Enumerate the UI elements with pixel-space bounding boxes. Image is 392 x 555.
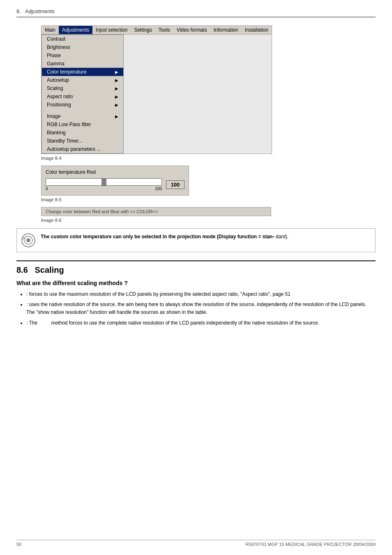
adjustments-dropdown: Contrast Brightness Phase Gamma Color te… <box>42 35 124 154</box>
page-footer: 50 R5976741 MGP 15 MEDICAL GRADE PROJECT… <box>16 540 376 547</box>
slider-container: 0 100 <box>46 178 162 191</box>
section-number: 8.6 <box>16 265 28 274</box>
bullet-text-1: : forces to use the maximum resolution o… <box>26 291 291 297</box>
page-number: 50 <box>16 542 21 547</box>
menu-item-adjustments[interactable]: Adjustments <box>59 26 92 34</box>
arrow-icon: ▶ <box>115 94 118 99</box>
menu-item-information[interactable]: Information <box>210 26 242 34</box>
section-name: Scaling <box>35 265 64 274</box>
arrow-icon: ▶ <box>115 78 118 83</box>
arrow-icon: ▶ <box>115 70 118 74</box>
note-box: The custom color temperature can only be… <box>16 228 376 252</box>
chapter-header: 8. Adjustments <box>16 8 376 17</box>
menu-item-settings[interactable]: Settings <box>131 26 155 34</box>
dropdown-color-temperature[interactable]: Color temperature ▶ <box>42 68 123 76</box>
dropdown-image[interactable]: Image ▶ <box>42 112 123 120</box>
dropdown-aspect-ratio[interactable]: Aspect ratio ▶ <box>42 92 123 101</box>
dropdown-separator <box>42 109 123 112</box>
svg-point-2 <box>26 238 30 242</box>
image-label-86: Image 8-6 <box>41 218 376 223</box>
dropdown-autosetup-params[interactable]: Autosetup parameters ... <box>42 145 123 153</box>
dropdown-rgb-lowpass[interactable]: RGB Low Pass filter <box>42 120 123 129</box>
chapter-title: Adjustments <box>25 8 55 14</box>
arrow-icon: ▶ <box>115 86 118 91</box>
note-normal: dard). <box>276 234 288 240</box>
menu-item-main[interactable]: Main <box>42 26 59 34</box>
list-item: : The method forces to use the complete … <box>26 319 376 327</box>
slider-min: 0 <box>46 187 48 191</box>
bullet-text-2: : uses the native resolution of the sour… <box>26 302 366 315</box>
bullet-text-3: : The method forces to use the complete … <box>26 320 319 326</box>
arrow-icon: ▶ <box>115 103 118 107</box>
list-item: : forces to use the maximum resolution o… <box>26 290 376 298</box>
slider-labels: 0 100 <box>46 187 162 191</box>
slider-track[interactable] <box>46 178 162 186</box>
list-item: : uses the native resolution of the sour… <box>26 301 376 316</box>
menu-bar: Main Adjustments Input selection Setting… <box>42 26 272 35</box>
note-text: The custom color temperature can only be… <box>41 233 288 240</box>
slider-thumb[interactable] <box>101 179 106 186</box>
dropdown-standby[interactable]: Standby Timer... <box>42 137 123 145</box>
doc-info: R5976741 MGP 15 MEDICAL GRADE PROJECTOR … <box>246 542 376 547</box>
slider-screenshot: Color temperature Red 0 100 100 <box>41 166 189 196</box>
dropdown-autosetup[interactable]: Autosetup ▶ <box>42 76 123 84</box>
dropdown-brightness[interactable]: Brightness <box>42 43 123 51</box>
chapter-number: 8 <box>16 8 19 14</box>
slider-title: Color temperature Red <box>46 169 184 175</box>
section-divider <box>16 260 376 261</box>
menu-item-videoformats[interactable]: Video formats <box>173 26 210 34</box>
note-icon <box>21 233 36 248</box>
dropdown-positioning[interactable]: Positioning ▶ <box>42 101 123 109</box>
dropdown-gamma[interactable]: Gamma <box>42 60 123 68</box>
image-label-85: Image 8-5 <box>41 197 376 202</box>
menu-item-installation[interactable]: Installation <box>242 26 272 34</box>
info-bar-text: Change color between Red and Blue with <… <box>46 209 158 214</box>
slider-value: 100 <box>166 180 184 189</box>
arrow-icon: ▶ <box>115 114 118 119</box>
section-subtitle: What are the different scaling methods ? <box>16 280 376 286</box>
slider-row: 0 100 100 <box>46 178 184 191</box>
dropdown-blanking[interactable]: Blanking <box>42 129 123 137</box>
menu-item-input[interactable]: Input selection <box>92 26 131 34</box>
slider-max: 100 <box>155 187 162 191</box>
info-bar-screenshot: Change color between Red and Blue with <… <box>41 207 271 216</box>
menu-screenshot: Main Adjustments Input selection Setting… <box>41 25 272 154</box>
note-bold: The custom color temperature can only be… <box>41 234 274 240</box>
menu-item-tools[interactable]: Tools <box>155 26 173 34</box>
dropdown-scaling[interactable]: Scaling ▶ <box>42 84 123 92</box>
dropdown-phase[interactable]: Phase <box>42 51 123 60</box>
bullet-list: : forces to use the maximum resolution o… <box>16 290 376 327</box>
section-title: 8.6 Scaling <box>16 265 376 275</box>
dropdown-contrast[interactable]: Contrast <box>42 35 123 43</box>
image-label-84: Image 8-4 <box>41 156 376 161</box>
